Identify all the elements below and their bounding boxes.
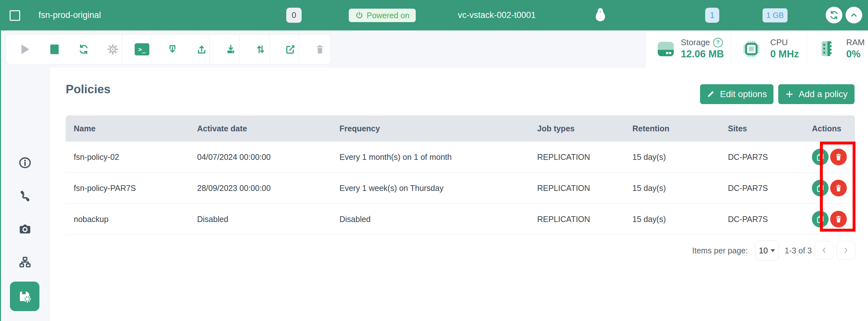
vm-name: fsn-prod-original: [38, 0, 101, 30]
page-size-value: 10: [759, 246, 768, 255]
trash-icon: [834, 215, 843, 223]
play-button[interactable]: [17, 35, 34, 64]
toolbar-divider: [299, 35, 299, 64]
chevron-left-icon: [820, 246, 828, 254]
toolbar-divider: [269, 35, 270, 64]
toolbar-divider: [122, 35, 122, 64]
page-title: Policies: [66, 83, 111, 96]
sidebar-item-devices[interactable]: [0, 187, 50, 206]
chevron-up-icon: [849, 10, 858, 20]
cell-activate-date: 28/09/2023 00:00:00: [197, 184, 339, 193]
items-per-page-label: Items per page:: [673, 246, 748, 255]
cell-retention: 15 day(s): [632, 215, 728, 224]
import-icon: [225, 43, 237, 55]
ram-badge: 1 GB: [763, 8, 787, 23]
export-button[interactable]: [193, 35, 211, 64]
ram-value: 0%: [846, 49, 865, 60]
play-icon: [22, 44, 29, 54]
next-page-button[interactable]: [837, 241, 855, 259]
plus-icon: [785, 90, 794, 98]
info-icon: [18, 156, 32, 169]
resize-disk-button[interactable]: [252, 35, 270, 64]
cell-activate-date: Disabled: [197, 215, 339, 224]
previous-page-button[interactable]: [815, 241, 833, 259]
toolbar-divider: [239, 35, 240, 64]
add-policy-button[interactable]: Add a policy: [778, 84, 855, 104]
copy-policy-button[interactable]: [812, 149, 829, 165]
copy-icon: [816, 184, 825, 193]
delete-policy-button[interactable]: [830, 149, 847, 165]
cell-job-types: REPLICATION: [537, 153, 632, 162]
console-button[interactable]: >_: [133, 35, 151, 64]
edit-icon: [285, 43, 296, 55]
terminal-icon: >_: [135, 43, 149, 56]
vm-select-checkbox[interactable]: [10, 10, 20, 21]
cpu-label: CPU: [770, 37, 788, 47]
cell-name: fsn-policy-PAR7S: [74, 184, 197, 193]
sidebar-item-info[interactable]: [0, 153, 50, 172]
power-status-label: Powered on: [367, 11, 409, 20]
collapse-panel-button[interactable]: [845, 7, 862, 23]
sidebar-item-backup-policies[interactable]: [10, 282, 39, 311]
column-header-job-types: Job types: [537, 124, 632, 133]
copy-icon: [816, 215, 825, 224]
table-header-row: Name Activate date Frequency Job types R…: [66, 115, 855, 141]
stop-icon: [50, 44, 59, 54]
download-tray-icon: [167, 43, 178, 55]
chevron-right-icon: [842, 246, 850, 254]
pagination-range: 1-3 of 3: [785, 246, 812, 255]
cell-frequency: Every 1 week(s) on Thursday: [339, 184, 537, 193]
upload-icon: [196, 43, 207, 55]
delete-policy-button[interactable]: [830, 211, 847, 227]
cell-retention: 15 day(s): [632, 184, 728, 193]
help-icon[interactable]: ?: [713, 38, 723, 47]
insert-tools-button[interactable]: [163, 35, 181, 64]
refresh-icon: [829, 10, 839, 20]
left-accent-stripe: [0, 30, 1, 321]
column-header-retention: Retention: [632, 124, 728, 133]
toolbar-divider: [151, 35, 151, 64]
edit-options-button[interactable]: Edit options: [700, 84, 773, 104]
restart-icon: [78, 44, 89, 55]
refresh-button[interactable]: [826, 7, 842, 23]
sidebar-item-network[interactable]: [0, 253, 50, 272]
import-button[interactable]: [222, 35, 240, 64]
column-header-frequency: Frequency: [339, 124, 537, 133]
cell-job-types: REPLICATION: [537, 184, 632, 193]
cpu-value: 0 MHz: [770, 49, 799, 60]
cell-sites: DC-PAR7S: [728, 184, 812, 193]
copy-policy-button[interactable]: [812, 180, 829, 196]
column-header-activate-date: Activate date: [197, 124, 339, 133]
column-header-name: Name: [74, 124, 197, 133]
copy-policy-button[interactable]: [812, 211, 829, 227]
storage-value: 12.06 MB: [681, 49, 724, 60]
swap-vertical-icon: [255, 43, 266, 55]
table-row: nobackup Disabled Disabled REPLICATION 1…: [66, 204, 855, 235]
trash-icon: [834, 184, 843, 192]
toolbar-divider: [209, 35, 210, 64]
ram-label: RAM: [846, 37, 865, 47]
cell-name: nobackup: [74, 215, 197, 224]
vm-stats-panel: Storage ? 12.06 MB CPU 0 MHz RAM 0%: [645, 30, 868, 68]
stop-button[interactable]: [45, 35, 63, 64]
rename-button[interactable]: [281, 35, 299, 64]
storage-label-row: Storage ?: [681, 37, 724, 47]
delete-policy-button[interactable]: [830, 180, 847, 196]
cell-sites: DC-PAR7S: [728, 153, 812, 162]
column-header-sites: Sites: [728, 124, 812, 133]
stats-divider: [806, 30, 807, 68]
cell-name: fsn-policy-02: [74, 153, 197, 162]
host-name: vc-vstack-002-t0001: [449, 0, 545, 30]
cpu-icon: [742, 39, 761, 60]
settings-button[interactable]: [104, 35, 122, 64]
vm-actions-toolbar: >_: [6, 34, 331, 64]
page-size-select[interactable]: 10: [755, 240, 779, 260]
cell-job-types: REPLICATION: [537, 215, 632, 224]
stats-divider: [731, 30, 732, 68]
sidebar-item-snapshots[interactable]: [0, 220, 50, 239]
restart-button[interactable]: [75, 35, 93, 64]
delete-vm-button[interactable]: [311, 35, 329, 64]
gear-icon: [107, 43, 119, 55]
add-policy-label: Add a policy: [799, 89, 848, 99]
power-status-badge: Powered on: [349, 9, 416, 22]
